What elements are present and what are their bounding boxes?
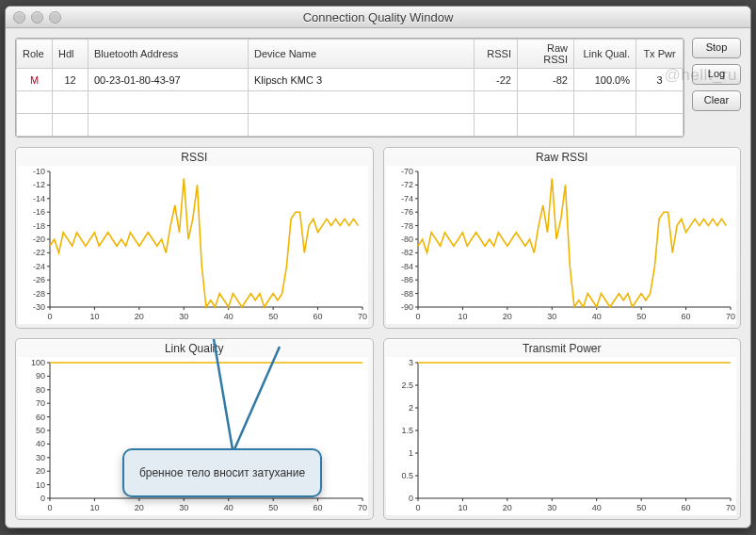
stop-button[interactable]: Stop bbox=[692, 38, 741, 58]
close-icon[interactable] bbox=[13, 11, 25, 24]
svg-text:10: 10 bbox=[458, 312, 467, 321]
svg-text:-88: -88 bbox=[400, 289, 412, 299]
svg-text:70: 70 bbox=[36, 398, 45, 408]
svg-text:50: 50 bbox=[268, 312, 278, 321]
button-column: Stop Log Clear bbox=[692, 38, 741, 111]
svg-text:50: 50 bbox=[36, 426, 45, 435]
svg-text:70: 70 bbox=[358, 503, 367, 512]
svg-text:-30: -30 bbox=[33, 302, 45, 312]
log-button[interactable]: Log bbox=[692, 64, 741, 85]
svg-text:0: 0 bbox=[40, 494, 45, 503]
chart-title: Raw RSSI bbox=[386, 151, 739, 164]
svg-text:60: 60 bbox=[681, 503, 690, 512]
svg-text:50: 50 bbox=[636, 312, 646, 321]
clear-button[interactable]: Clear bbox=[692, 90, 741, 111]
app-window: Connection Quality Window @hellt_ru Role… bbox=[5, 6, 751, 528]
svg-text:30: 30 bbox=[547, 312, 556, 321]
svg-text:0: 0 bbox=[408, 494, 412, 503]
panel-raw-rssi: Raw RSSI -70-72-74-76-78-80-82-84-86-88-… bbox=[383, 147, 742, 329]
col-addr[interactable]: Bluetooth Address bbox=[88, 40, 249, 69]
svg-text:10: 10 bbox=[89, 503, 99, 512]
col-raw-rssi[interactable]: Raw RSSI bbox=[518, 40, 574, 69]
svg-text:80: 80 bbox=[36, 385, 45, 395]
svg-text:30: 30 bbox=[179, 503, 188, 512]
panel-tx-power: Transmit Power 00.511.522.53010203040506… bbox=[383, 338, 742, 520]
svg-text:0: 0 bbox=[415, 312, 420, 321]
svg-text:20: 20 bbox=[135, 503, 144, 512]
table-row-empty bbox=[17, 114, 684, 137]
cell-rssi: -22 bbox=[475, 69, 518, 91]
svg-text:-28: -28 bbox=[33, 289, 45, 299]
svg-text:2.5: 2.5 bbox=[401, 381, 413, 390]
svg-text:0: 0 bbox=[415, 503, 420, 512]
svg-text:30: 30 bbox=[179, 312, 188, 321]
col-link-qual[interactable]: Link Qual. bbox=[574, 40, 636, 69]
chart-raw-rssi: -70-72-74-76-78-80-82-84-86-88-900102030… bbox=[386, 166, 736, 324]
zoom-icon[interactable] bbox=[49, 11, 61, 24]
minimize-icon[interactable] bbox=[31, 11, 43, 24]
svg-text:-86: -86 bbox=[400, 275, 412, 284]
svg-text:0.5: 0.5 bbox=[401, 471, 413, 480]
cell-role: M bbox=[17, 69, 53, 91]
svg-text:10: 10 bbox=[458, 503, 467, 512]
svg-text:20: 20 bbox=[502, 503, 511, 512]
col-hdl[interactable]: Hdl bbox=[53, 40, 88, 69]
svg-text:0: 0 bbox=[47, 312, 52, 321]
svg-text:70: 70 bbox=[358, 312, 367, 321]
chart-title: Transmit Power bbox=[386, 342, 739, 355]
svg-text:3: 3 bbox=[408, 358, 412, 367]
svg-text:-90: -90 bbox=[400, 302, 412, 312]
svg-text:-10: -10 bbox=[33, 167, 45, 176]
content-area: @hellt_ru Role Hdl Bluetooth Address Dev… bbox=[6, 28, 750, 527]
annotation-callout: бренное тело вносит затухание bbox=[122, 448, 322, 497]
svg-text:1.5: 1.5 bbox=[401, 426, 413, 435]
callout-text: бренное тело вносит затухание bbox=[139, 466, 305, 479]
cell-name: Klipsch KMC 3 bbox=[249, 69, 475, 91]
svg-text:0: 0 bbox=[47, 503, 52, 512]
svg-text:50: 50 bbox=[268, 503, 278, 512]
col-tx-pwr[interactable]: Tx Pwr bbox=[636, 40, 684, 69]
svg-text:60: 60 bbox=[314, 503, 323, 512]
table-row-empty bbox=[17, 91, 684, 114]
chart-title: Link Quality bbox=[18, 342, 371, 355]
titlebar[interactable]: Connection Quality Window bbox=[6, 7, 750, 28]
col-name[interactable]: Device Name bbox=[249, 40, 475, 69]
svg-text:2: 2 bbox=[408, 403, 412, 413]
svg-text:-18: -18 bbox=[33, 221, 45, 231]
cell-hdl: 12 bbox=[53, 69, 88, 91]
svg-text:-74: -74 bbox=[400, 194, 412, 203]
svg-text:40: 40 bbox=[591, 312, 601, 321]
col-role[interactable]: Role bbox=[17, 40, 53, 69]
window-title: Connection Quality Window bbox=[6, 10, 750, 24]
svg-text:100: 100 bbox=[31, 358, 45, 367]
svg-text:-26: -26 bbox=[33, 275, 45, 284]
svg-text:30: 30 bbox=[547, 503, 556, 512]
chart-title: RSSI bbox=[18, 151, 371, 164]
svg-text:70: 70 bbox=[725, 312, 734, 321]
svg-text:40: 40 bbox=[224, 503, 233, 512]
svg-text:-12: -12 bbox=[33, 180, 45, 189]
svg-text:90: 90 bbox=[36, 371, 45, 381]
svg-text:-14: -14 bbox=[33, 194, 45, 203]
svg-text:-76: -76 bbox=[400, 207, 412, 217]
svg-text:10: 10 bbox=[36, 480, 45, 490]
col-rssi[interactable]: RSSI bbox=[475, 40, 518, 69]
svg-text:-16: -16 bbox=[33, 207, 45, 217]
connections-table: Role Hdl Bluetooth Address Device Name R… bbox=[15, 38, 684, 138]
svg-text:-78: -78 bbox=[400, 221, 412, 231]
svg-text:60: 60 bbox=[314, 312, 323, 321]
svg-text:-82: -82 bbox=[400, 248, 412, 257]
traffic-lights bbox=[13, 11, 61, 24]
svg-text:20: 20 bbox=[36, 466, 45, 476]
svg-text:60: 60 bbox=[36, 413, 45, 422]
svg-text:-24: -24 bbox=[33, 262, 45, 271]
svg-text:20: 20 bbox=[135, 312, 144, 321]
table-row[interactable]: M 12 00-23-01-80-43-97 Klipsch KMC 3 -22… bbox=[17, 69, 684, 91]
svg-text:-20: -20 bbox=[33, 235, 45, 244]
svg-text:-70: -70 bbox=[400, 167, 412, 176]
svg-text:40: 40 bbox=[224, 312, 233, 321]
svg-text:20: 20 bbox=[502, 312, 511, 321]
cell-addr: 00-23-01-80-43-97 bbox=[88, 69, 249, 91]
svg-text:70: 70 bbox=[725, 503, 734, 512]
svg-text:1: 1 bbox=[408, 448, 412, 458]
